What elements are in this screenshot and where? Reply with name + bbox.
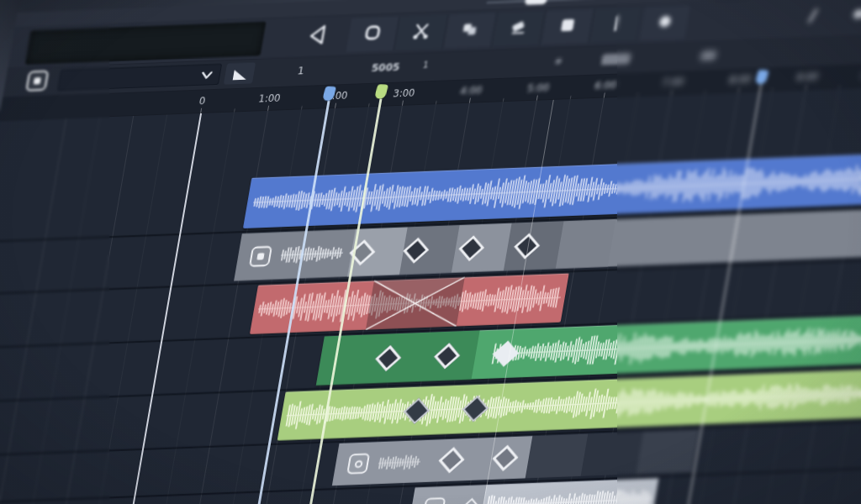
ruler-label: 3:00 (392, 87, 415, 99)
crossfade-region[interactable] (366, 277, 465, 330)
glue-tool-icon (457, 18, 482, 43)
zoom-tool[interactable] (837, 0, 861, 34)
time-counter: 5005 (371, 61, 401, 74)
ruler-label: 0 (198, 95, 207, 107)
automation-lane-1-segment[interactable] (556, 219, 616, 269)
select-tool[interactable] (291, 18, 344, 54)
quantize-value-button[interactable] (700, 50, 717, 60)
select-tool-icon (303, 23, 331, 50)
zoom-tool-icon (847, 4, 861, 27)
play-tool-icon (652, 11, 677, 35)
ruler-label: 8:00 (728, 74, 752, 87)
color-tool-icon (801, 6, 824, 29)
automation-lane-2-segment[interactable] (526, 433, 589, 478)
ramp-curve-button[interactable] (224, 62, 256, 84)
draw-tool[interactable] (541, 9, 594, 45)
automation-lane-2-mini-waveform (377, 453, 422, 472)
chevron-down-icon (200, 71, 214, 80)
range-tool-icon (361, 22, 385, 46)
status-dot (555, 58, 562, 64)
automation-lane-1-read-icon (256, 253, 264, 260)
dropdown-value (60, 75, 201, 80)
split-tool-icon (409, 20, 433, 45)
auto-read-icon (25, 71, 49, 92)
draw-tool-icon (555, 14, 579, 39)
erase-tool-icon (506, 17, 531, 41)
divider-handle[interactable] (525, 0, 548, 5)
beat-counter: 1 (422, 60, 429, 69)
track-area[interactable] (0, 76, 861, 504)
ruler-label: 5:00 (526, 81, 550, 94)
ruler-label: 1:00 (258, 92, 282, 104)
daw-window: 1 5005 1 01:002:003:004:005:006:007:008:… (0, 0, 861, 504)
bar-counter: 1 (297, 65, 305, 76)
ramp-icon (228, 63, 251, 84)
split-tool[interactable] (394, 14, 448, 50)
play-tool[interactable] (638, 5, 692, 40)
color-tool[interactable] (791, 0, 834, 35)
automation-lane-1-mini-waveform (279, 244, 345, 265)
range-tool[interactable] (346, 17, 399, 52)
ruler-label: 6:00 (594, 79, 617, 92)
automation-lane-2-segment[interactable] (637, 429, 700, 474)
ruler-label: 7:00 (661, 76, 684, 89)
line-tool-icon (604, 13, 628, 37)
line-tool[interactable] (589, 8, 643, 43)
glue-tool[interactable] (443, 13, 497, 48)
daw-screen-plane: 1 5005 1 01:002:003:004:005:006:007:008:… (0, 0, 861, 504)
automation-mode-dropdown[interactable] (57, 64, 222, 92)
auto-read-button[interactable] (25, 71, 49, 92)
ruler-label: 9:00 (795, 71, 819, 84)
info-display-panel (25, 22, 267, 65)
automation-lane-2-segment[interactable] (581, 432, 644, 476)
ruler-label: 4:00 (459, 84, 483, 97)
snap-value-button[interactable] (601, 53, 631, 65)
erase-tool[interactable] (492, 11, 546, 46)
automation-lane-2-read-icon (354, 459, 363, 467)
